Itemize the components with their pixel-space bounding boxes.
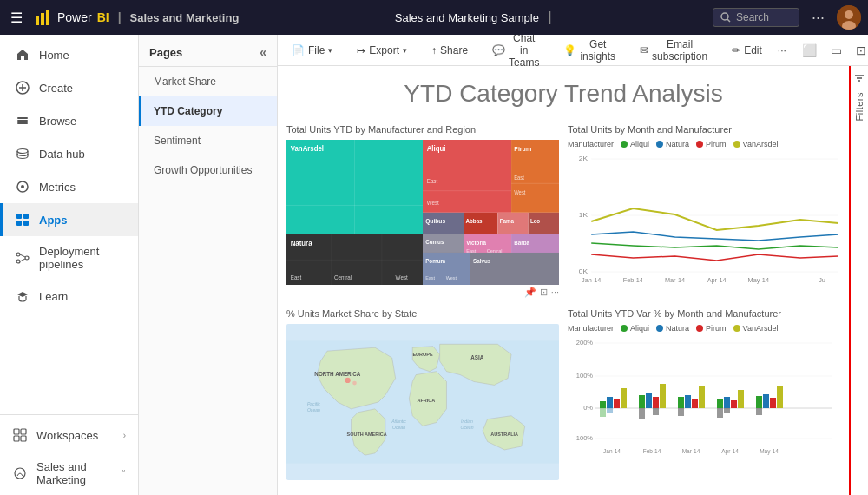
sidebar-item-apps[interactable]: Apps [0, 203, 138, 236]
more-options-button[interactable]: ··· [806, 7, 830, 29]
toolbar-more-button[interactable]: ··· [771, 41, 793, 60]
share-button[interactable]: ↑ Share [424, 41, 475, 60]
page-item-growth[interactable]: Growth Opportunities [139, 155, 277, 185]
insights-button[interactable]: 💡 Get insights [556, 35, 622, 66]
svg-rect-2 [46, 10, 49, 25]
sidebar-item-workspaces[interactable]: Workspaces › [0, 419, 138, 452]
svg-text:Abbas: Abbas [465, 217, 483, 223]
pages-panel: Pages « Market Share YTD Category Sentim… [139, 35, 278, 495]
edit-icon: ✏ [732, 44, 740, 56]
bar-apr-vanarsdel [738, 390, 744, 408]
svg-rect-0 [36, 16, 39, 25]
bar-mar-vanarsdel [699, 386, 705, 408]
export-chevron-icon: ▾ [403, 46, 407, 55]
linechart-title: Total Units by Month and Manufacturer [568, 124, 840, 135]
treemap-svg: VanArsdel East Central West Aliqui East [286, 140, 559, 286]
main-title-text: YTD Category Trend Analysis [404, 80, 722, 107]
email-label: Email subscription [652, 38, 707, 63]
title-pipe: | [548, 10, 551, 24]
map-chart[interactable]: NORTH AMERICA EUROPE ASIA AFRICA SOUTH A… [286, 324, 559, 480]
chart-actions: 📌 ⊡ ··· [286, 285, 559, 300]
svg-text:Jan-14: Jan-14 [603, 448, 621, 454]
search-box[interactable] [713, 8, 799, 27]
report-canvas: YTD Category Trend Analysis Total Units … [278, 66, 849, 495]
browse-icon [15, 113, 30, 129]
page-item-sentiment[interactable]: Sentiment [139, 126, 277, 155]
svg-text:EUROPE: EUROPE [412, 352, 433, 357]
edit-label: Edit [744, 44, 762, 56]
filters-panel[interactable]: Filters [849, 66, 868, 495]
svg-text:2K: 2K [579, 155, 589, 162]
sidebar-bottom: Workspaces › Sales and Marketing ˅ [0, 414, 138, 495]
sidebar-label-apps: Apps [39, 214, 68, 227]
sidebar-item-pipelines[interactable]: Deployment pipelines [0, 236, 138, 280]
share-label: Share [440, 44, 468, 56]
svg-text:Pomum: Pomum [425, 257, 445, 263]
sidebar-item-create[interactable]: Create [0, 71, 138, 104]
powerbi-logo-icon [33, 8, 52, 27]
content-inner: YTD Category Trend Analysis Total Units … [278, 66, 868, 495]
bar-feb-pirum [653, 397, 659, 408]
file-label: File [308, 44, 325, 56]
pin-icon[interactable]: 📌 [524, 287, 536, 298]
hamburger-icon[interactable]: ☰ [7, 6, 26, 30]
salesmarketing-chevron-icon: ˅ [122, 469, 126, 478]
page-item-ytdcategory[interactable]: YTD Category [139, 96, 277, 126]
svg-text:200%: 200% [576, 339, 594, 346]
file-chevron-icon: ▾ [328, 46, 332, 55]
svg-text:Pacific: Pacific [307, 401, 320, 406]
sidebar-item-browse[interactable]: Browse [0, 104, 138, 137]
map-title: % Units Market Share by State [286, 308, 559, 319]
create-icon [15, 80, 30, 96]
sidebar-item-datahub[interactable]: Data hub [0, 137, 138, 170]
pages-collapse-button[interactable]: « [260, 45, 266, 59]
vanarsdel-line [591, 208, 838, 230]
svg-point-14 [17, 149, 28, 154]
sidebar-item-salesmarketing[interactable]: Sales and Marketing ˅ [0, 452, 138, 495]
svg-rect-29 [21, 436, 26, 441]
svg-rect-98 [600, 408, 606, 417]
svg-rect-104 [724, 408, 730, 413]
svg-text:Cumus: Cumus [425, 238, 444, 244]
svg-text:East: East [427, 178, 438, 184]
linechart-container: 2K 1K 0K [568, 152, 840, 300]
aliqui-dot [621, 141, 628, 148]
avatar[interactable] [837, 5, 861, 30]
sidebar-label-home: Home [39, 49, 69, 62]
legend-pirum: Pirum [696, 140, 727, 148]
learn-icon [15, 288, 30, 304]
file-icon: 📄 [292, 44, 305, 56]
treemap-chart: VanArsdel East Central West Aliqui East [286, 140, 559, 286]
actual-size-button[interactable]: ⊡ [851, 40, 868, 61]
svg-text:Ocean: Ocean [307, 407, 320, 412]
file-button[interactable]: 📄 File ▾ [285, 41, 339, 60]
fit-page-button[interactable]: ⬜ [797, 40, 822, 61]
treemap-section: Total Units YTD by Manufacturer and Regi… [286, 124, 559, 300]
edit-button[interactable]: ✏ Edit [725, 41, 769, 60]
pirum-line [591, 254, 838, 261]
bar-may-aliqui [756, 396, 762, 408]
bar-natura-dot [656, 325, 663, 332]
svg-text:0K: 0K [579, 267, 589, 275]
svg-text:Apr-14: Apr-14 [707, 277, 727, 284]
search-input[interactable] [736, 11, 797, 23]
ellipsis-icon[interactable]: ··· [551, 287, 559, 298]
svg-rect-105 [756, 408, 762, 415]
toolbar: 📄 File ▾ ↦ Export ▾ ↑ Share 💬 Chat in Te… [278, 35, 868, 66]
export-button[interactable]: ↦ Export ▾ [350, 41, 414, 60]
pages-title: Pages [149, 46, 182, 59]
sidebar-item-home[interactable]: Home [0, 38, 138, 71]
insights-label: Get insights [580, 38, 615, 63]
page-item-marketshare[interactable]: Market Share [139, 67, 277, 96]
linechart-svg: 2K 1K 0K [568, 152, 840, 282]
workspaces-chevron-icon: › [123, 431, 126, 440]
svg-text:SOUTH AMERICA: SOUTH AMERICA [347, 432, 387, 438]
fit-width-button[interactable]: ▭ [825, 40, 847, 61]
focus-icon[interactable]: ⊡ [540, 287, 548, 298]
sidebar-item-metrics[interactable]: Metrics [0, 170, 138, 203]
bar-legend-vanarsdel: VanArsdel [733, 324, 779, 333]
email-button[interactable]: ✉ Email subscription [633, 35, 714, 66]
barchart-section: Total Units YTD Var % by Month and Manuf… [568, 308, 840, 486]
sidebar-item-learn[interactable]: Learn [0, 280, 138, 313]
svg-text:Central: Central [334, 274, 352, 280]
